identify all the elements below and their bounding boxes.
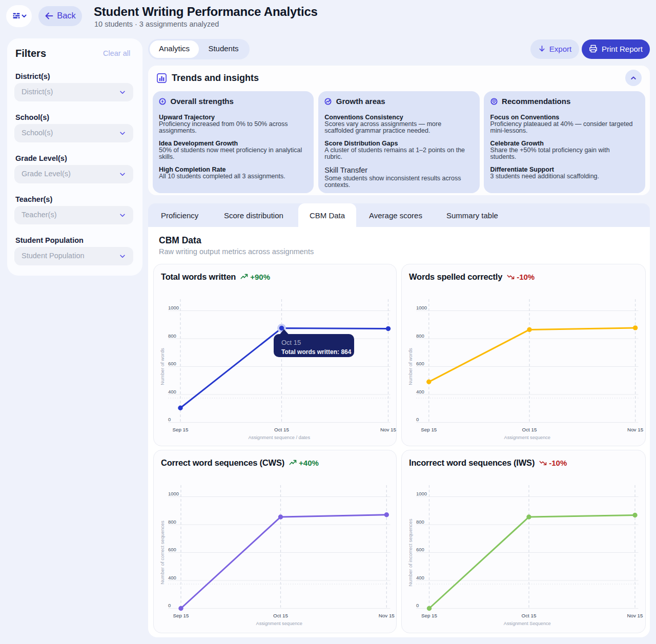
svg-text:400: 400 [168,389,176,394]
svg-text:800: 800 [168,333,176,339]
svg-text:400: 400 [416,575,424,580]
svg-text:0: 0 [416,603,419,608]
svg-text:1000: 1000 [416,491,427,496]
svg-text:600: 600 [416,547,424,552]
svg-text:Assignment Sequence: Assignment Sequence [504,621,551,626]
svg-text:Oct 15: Oct 15 [274,427,289,432]
svg-text:Oct 15: Oct 15 [273,613,288,618]
svg-text:Number of words: Number of words [407,348,413,385]
svg-text:Number of correct sequences: Number of correct sequences [159,521,165,585]
svg-text:Sep 15: Sep 15 [421,427,437,432]
svg-text:Sep 15: Sep 15 [421,613,438,618]
svg-text:Nov 15: Nov 15 [627,613,643,618]
svg-text:Sep 15: Sep 15 [172,427,189,432]
svg-text:800: 800 [168,519,176,525]
svg-text:Number of words: Number of words [159,348,165,385]
svg-text:0: 0 [168,417,171,422]
svg-text:800: 800 [416,333,424,339]
svg-text:0: 0 [168,603,171,608]
svg-text:Number of incorrect sequences: Number of incorrect sequences [407,518,413,586]
svg-text:Nov 15: Nov 15 [380,427,397,432]
svg-text:Assignment sequence: Assignment sequence [504,435,550,440]
svg-text:600: 600 [416,361,424,366]
svg-text:1000: 1000 [168,491,179,496]
svg-text:Assignment sequence / dates: Assignment sequence / dates [248,435,310,440]
svg-text:0: 0 [416,417,419,422]
svg-text:400: 400 [168,575,176,580]
svg-text:400: 400 [416,389,424,394]
svg-text:1000: 1000 [416,305,427,310]
svg-text:800: 800 [416,519,424,525]
svg-text:1000: 1000 [168,305,179,310]
svg-text:Oct 15: Oct 15 [522,613,537,618]
svg-text:Nov 15: Nov 15 [627,427,644,432]
svg-text:600: 600 [168,361,176,366]
svg-text:Assignment sequence: Assignment sequence [256,621,302,626]
svg-text:Sep 15: Sep 15 [173,613,189,618]
svg-text:600: 600 [168,547,176,552]
svg-text:Oct 15: Oct 15 [281,339,301,346]
svg-text:Total words written: 864: Total words written: 864 [281,348,352,356]
svg-text:Nov 15: Nov 15 [379,613,395,618]
svg-text:Oct 15: Oct 15 [522,427,537,432]
